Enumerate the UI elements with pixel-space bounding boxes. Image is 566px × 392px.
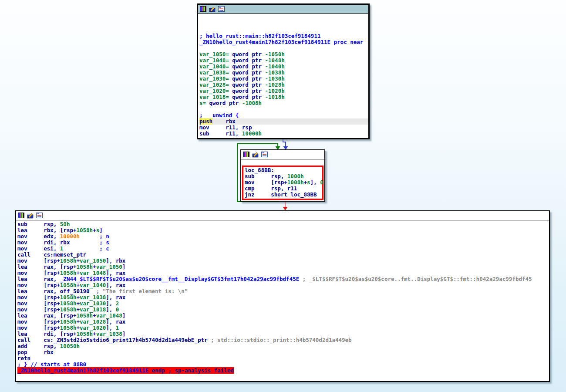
asm-line[interactable]: loc_88BB: xyxy=(245,167,322,173)
asm-line[interactable]: ; hello_rust::main::h82f103cef9184911 xyxy=(199,33,368,39)
asm-line[interactable]: mov [rsp+1058h+var_1050], rbx xyxy=(17,258,549,264)
asm-token: ] xyxy=(122,331,126,337)
asm-token: + xyxy=(303,179,307,186)
asm-line[interactable]: call cs:memset_ptr xyxy=(17,252,549,258)
asm-token: 2 xyxy=(116,300,119,307)
asm-token: endp xyxy=(148,367,168,374)
asm-line[interactable]: var_1018= qword ptr -1018h xyxy=(199,94,368,100)
basic-block-loop[interactable]: loc_88BB:sub rsp, 1000hmov [rsp+1008h+s]… xyxy=(240,149,325,202)
asm-token: ] xyxy=(99,227,103,233)
basic-block-entry[interactable]: ; hello_rust::main::h82f103cef9184911_ZN… xyxy=(197,3,370,139)
asm-line[interactable]: var_1048= qword ptr -1048h xyxy=(199,57,368,64)
asm-line[interactable]: mov [rsp+1008h+s], 0 xyxy=(245,179,322,186)
asm-token: mov [rsp+ xyxy=(17,318,60,325)
graph-overview-icon[interactable] xyxy=(218,6,225,12)
asm-line[interactable]: mov esi, 1 ; c xyxy=(17,246,549,252)
asm-line[interactable] xyxy=(199,21,368,27)
asm-line[interactable]: lea rbx, [rsp+1058h+s] xyxy=(17,227,549,233)
asm-token: var_1038 xyxy=(80,294,106,301)
asm-line[interactable]: mov [rsp+1058h+var_1038], rax xyxy=(17,294,549,301)
asm-token: -1020h xyxy=(265,88,285,94)
asm-line[interactable]: sub r11, 10000h xyxy=(199,131,368,137)
asm-token: var_1038= xyxy=(199,69,229,76)
asm-token: ], xyxy=(106,306,116,313)
asm-line[interactable]: var_1038= qword ptr -1038h xyxy=(199,70,368,76)
node-color-icon[interactable] xyxy=(243,152,250,158)
asm-token: 10050h xyxy=(60,343,80,349)
asm-token: var_1028= xyxy=(199,81,229,88)
asm-line[interactable]: s= qword ptr -1008h xyxy=(199,100,368,106)
asm-line[interactable]: var_1030= qword ptr -1030h xyxy=(199,76,368,82)
asm-line[interactable]: push rbx xyxy=(199,118,368,125)
asm-token: 1058h xyxy=(60,294,77,301)
asm-token: mov rdi, rbx xyxy=(17,239,99,246)
edit-node-icon[interactable] xyxy=(209,6,216,12)
asm-token: add rsp, xyxy=(17,343,60,349)
asm-line[interactable]: mov edx, 10000h ; n xyxy=(17,233,549,240)
asm-line[interactable]: mov [rsp+1058h+var_1030], 2 xyxy=(17,301,549,307)
asm-token: call cs:memset_ptr xyxy=(17,251,86,258)
asm-token xyxy=(299,276,303,282)
asm-line[interactable]: lea rax, [rsp+1058h+var_1048] xyxy=(17,313,549,319)
asm-token: var_1048 xyxy=(80,270,106,276)
asm-line[interactable]: mov [rsp+1058h+var_1020], 1 xyxy=(17,325,549,331)
asm-token: 1058h xyxy=(76,312,93,319)
asm-line[interactable]: var_1020= qword ptr -1020h xyxy=(199,88,368,94)
asm-line[interactable] xyxy=(17,374,549,380)
asm-token: 1058h xyxy=(60,306,77,313)
asm-line[interactable]: var_1028= qword ptr -1028h xyxy=(199,82,368,88)
asm-line[interactable]: add rsp, 10050h xyxy=(17,343,549,349)
asm-line[interactable]: pop rbx xyxy=(17,349,549,355)
asm-line[interactable] xyxy=(199,27,368,33)
asm-line[interactable]: _ZN10hello_rust4main17h82f103cef9184911E… xyxy=(199,39,368,45)
asm-token: qword ptr xyxy=(229,69,265,76)
asm-token: -1028h xyxy=(265,81,285,88)
asm-line[interactable]: ; __unwind { xyxy=(199,112,368,118)
graph-overview-icon[interactable] xyxy=(36,213,43,219)
asm-token: qword ptr xyxy=(206,100,242,106)
asm-line[interactable]: jnz short loc_88BB xyxy=(245,192,322,198)
asm-token: mov [rsp+ xyxy=(17,324,60,331)
asm-line[interactable]: mov [rsp+1058h+var_1048], rax xyxy=(17,270,549,276)
asm-line[interactable] xyxy=(199,15,368,21)
asm-token: _ZN44_$LT$$RF$T$u20$as$u20$core__fmt__Di… xyxy=(60,276,299,282)
asm-line[interactable] xyxy=(199,106,368,112)
asm-line[interactable]: mov [rsp+1058h+var_1018], 0 xyxy=(17,307,549,313)
asm-line[interactable]: call cs:_ZN3std2io5stdio6_print17h4b5740… xyxy=(17,337,549,343)
asm-line[interactable]: var_1040= qword ptr -1040h xyxy=(199,64,368,70)
asm-line[interactable]: cmp rsp, r11 xyxy=(245,186,322,192)
asm-line[interactable]: mov [rsp+1058h+var_1040], rax xyxy=(17,282,549,288)
asm-line[interactable]: mov [rsp+1058h+var_1028], rax xyxy=(17,319,549,325)
asm-token: mov [rsp+ xyxy=(17,270,60,276)
basic-block-body[interactable]: sub rsp, 50hlea rbx, [rsp+1058h+s]mov ed… xyxy=(15,210,550,382)
node-color-icon[interactable] xyxy=(200,6,207,12)
asm-token: lea rax, off_50190 xyxy=(17,288,96,294)
asm-token: ] xyxy=(122,312,126,319)
asm-token: 0 xyxy=(116,306,119,313)
asm-token: mov [rsp+ xyxy=(17,257,60,264)
edit-node-icon[interactable] xyxy=(252,152,259,158)
asm-line[interactable]: lea rdi, [rsp+1058h+var_1038] xyxy=(17,331,549,337)
graph-overview-icon[interactable] xyxy=(261,152,268,158)
asm-line[interactable] xyxy=(199,45,368,51)
graph-view-canvas[interactable]: ; hello_rust::main::h82f103cef9184911_ZN… xyxy=(0,0,566,392)
asm-line[interactable]: lea rax, [rsp+1058h+var_1050] xyxy=(17,264,549,270)
asm-line[interactable]: lea rax, off_50190 ; "The first element … xyxy=(17,288,549,294)
asm-line[interactable]: var_1050= qword ptr -1050h xyxy=(199,51,368,57)
asm-line[interactable]: mov rdi, rbx ; s xyxy=(17,240,549,246)
asm-line[interactable]: ; } // starts at 88B0 xyxy=(17,362,549,368)
asm-token: ], rbx xyxy=(106,257,125,264)
asm-line[interactable]: mov r11, rsp xyxy=(199,125,368,131)
edit-node-icon[interactable] xyxy=(27,213,34,219)
asm-line[interactable]: sub rsp, 1000h xyxy=(245,173,322,179)
asm-line[interactable]: retn xyxy=(17,355,549,362)
asm-line[interactable]: _ZN10hello_rust4main17h82f103cef9184911E… xyxy=(17,368,549,374)
asm-token: var_1048= xyxy=(199,57,229,64)
node-color-icon[interactable] xyxy=(18,213,25,219)
asm-line[interactable]: sub rsp, 50h xyxy=(17,221,549,227)
asm-token: _ZN10hello_rust4main17h82f103cef9184911E xyxy=(17,367,148,374)
asm-token: sub r11, xyxy=(199,130,242,137)
asm-token: mov [rsp+ xyxy=(17,300,60,307)
asm-line[interactable]: lea rax, _ZN44_$LT$$RF$T$u20$as$u20$core… xyxy=(17,276,549,282)
asm-token: ; sp-analysis failed xyxy=(168,367,234,374)
